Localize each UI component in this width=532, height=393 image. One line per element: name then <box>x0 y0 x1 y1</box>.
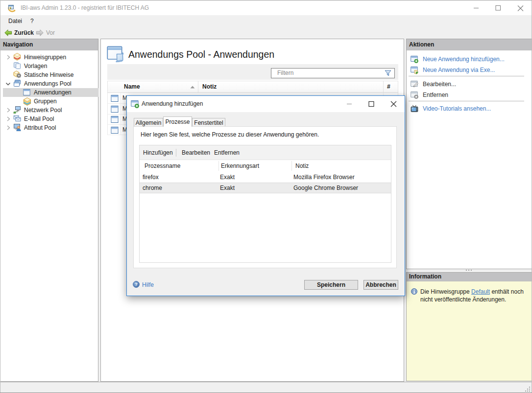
svg-text:?: ? <box>135 281 138 287</box>
